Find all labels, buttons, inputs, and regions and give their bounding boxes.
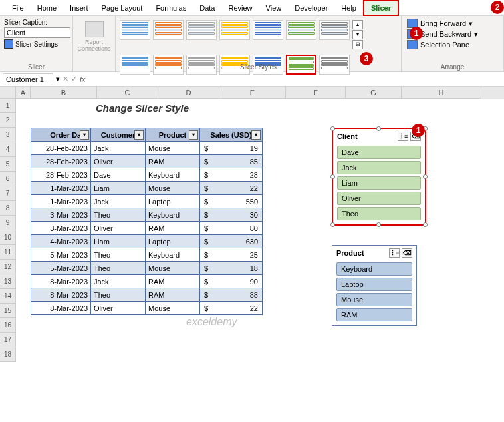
row-header[interactable]: 16 <box>0 318 16 333</box>
slicer-client[interactable]: Client ⋮≡ ⌫ DaveJackLiamOliverTheo <box>332 128 426 226</box>
column-header[interactable]: E <box>219 87 286 99</box>
row-header[interactable]: 5 <box>0 157 16 172</box>
filter-dropdown-icon[interactable]: ▾ <box>189 130 198 140</box>
slicer-item[interactable]: Mouse <box>336 293 412 306</box>
report-connections-button[interactable]: Report Connections <box>77 39 111 52</box>
row-header[interactable]: 9 <box>0 216 16 230</box>
select-all-button[interactable] <box>0 87 16 99</box>
formula-input[interactable] <box>88 75 501 83</box>
cancel-icon[interactable]: ✕ <box>63 75 68 83</box>
table-row[interactable]: 28-Feb-2023DaveKeyboard$28 <box>31 168 263 182</box>
row-header[interactable]: 8 <box>0 201 16 216</box>
column-header[interactable]: D <box>158 87 219 99</box>
slicer-item[interactable]: Theo <box>337 207 421 220</box>
column-header[interactable]: A <box>16 87 31 99</box>
table-row[interactable]: 8-Mar-2023OliverMouse$22 <box>31 302 263 315</box>
style-nav-button[interactable]: ▴ <box>352 20 363 29</box>
tab-data[interactable]: Data <box>193 1 221 15</box>
table-row[interactable]: 4-Mar-2023LiamLaptop$630 <box>31 235 263 248</box>
tab-insert[interactable]: Insert <box>63 1 95 15</box>
cells-area[interactable]: Change Slicer Style Order Date▾Customer▾… <box>16 99 504 362</box>
slicer-product[interactable]: Product ⋮≡ ⌫ KeyboardLaptopMouseRAM <box>332 245 417 326</box>
tab-view[interactable]: View <box>259 1 289 15</box>
table-row[interactable]: 5-Mar-2023TheoMouse$18 <box>31 262 263 275</box>
column-headers: ABCDEFGH <box>0 87 504 99</box>
column-header[interactable]: C <box>97 87 158 99</box>
table-row[interactable]: 8-Mar-2023TheoRAM$88 <box>31 288 263 302</box>
row-header[interactable]: 7 <box>0 186 16 201</box>
tab-formulas[interactable]: Formulas <box>149 1 193 15</box>
table-row[interactable]: 1-Mar-2023JackLaptop$550 <box>31 195 263 208</box>
slicer-item[interactable]: Dave <box>337 146 421 159</box>
table-row[interactable]: 1-Mar-2023LiamMouse$22 <box>31 182 263 195</box>
slicer-style-thumb[interactable] <box>253 20 283 40</box>
row-header[interactable]: 17 <box>0 333 16 347</box>
slicer-item[interactable]: Laptop <box>336 278 412 291</box>
filter-dropdown-icon[interactable]: ▾ <box>134 130 144 140</box>
row-header[interactable]: 12 <box>0 260 16 274</box>
bring-forward-button[interactable]: Bring Forward ▾ <box>407 19 499 28</box>
slicer-style-thumb[interactable] <box>120 20 150 40</box>
row-header[interactable]: 3 <box>0 128 16 142</box>
slicer-item[interactable]: Oliver <box>337 192 421 205</box>
slicer-style-thumb[interactable] <box>319 20 350 40</box>
clear-filter-icon[interactable]: ⌫ <box>402 248 412 258</box>
row-header[interactable]: 1 <box>0 99 16 113</box>
column-header[interactable]: F <box>286 87 346 99</box>
table-row[interactable]: 8-Mar-2023JackRAM$90 <box>31 275 263 288</box>
row-header[interactable]: 13 <box>0 274 16 289</box>
badge-3: 3 <box>360 52 373 65</box>
multiselect-icon[interactable]: ⋮≡ <box>398 132 408 141</box>
send-backward-label: Send Backward <box>420 30 471 38</box>
tab-help[interactable]: Help <box>334 1 363 15</box>
filter-dropdown-icon[interactable]: ▾ <box>80 130 89 140</box>
table-row[interactable]: 28-Feb-2023JackMouse$19 <box>31 142 263 155</box>
column-header[interactable]: B <box>31 87 97 99</box>
filter-dropdown-icon[interactable]: ▾ <box>251 130 261 140</box>
row-header[interactable]: 14 <box>0 289 16 304</box>
column-header[interactable]: H <box>402 87 481 99</box>
selection-pane-button[interactable]: Selection Pane <box>407 40 499 49</box>
slicer-item[interactable]: Jack <box>337 161 421 174</box>
report-connections-icon <box>85 21 104 37</box>
slicer-style-thumb[interactable] <box>286 20 316 40</box>
check-icon[interactable]: ✓ <box>71 75 77 83</box>
slicer-item[interactable]: Liam <box>337 176 421 190</box>
row-header[interactable]: 6 <box>0 172 16 186</box>
slicer-style-thumb[interactable] <box>153 20 184 40</box>
row-header[interactable]: 10 <box>0 230 16 245</box>
style-nav-button[interactable]: ▾ <box>352 30 363 39</box>
fx-icon[interactable]: fx <box>80 75 86 83</box>
slicer-item[interactable]: RAM <box>336 308 412 321</box>
table-row[interactable]: 5-Mar-2023TheoKeyboard$25 <box>31 248 263 262</box>
row-header[interactable]: 4 <box>0 142 16 157</box>
table-row[interactable]: 3-Mar-2023TheoKeyboard$30 <box>31 208 263 222</box>
row-header[interactable]: 2 <box>0 113 16 128</box>
slicer-item[interactable]: Keyboard <box>336 262 412 276</box>
table-row[interactable]: 28-Feb-2023OliverRAM$85 <box>31 155 263 168</box>
name-box[interactable] <box>3 73 53 85</box>
slicer-style-thumb[interactable] <box>219 20 250 40</box>
multiselect-icon[interactable]: ⋮≡ <box>389 248 400 258</box>
tab-slicer[interactable]: Slicer <box>363 0 399 16</box>
tab-file[interactable]: File <box>5 1 31 15</box>
slicer-caption-input[interactable] <box>4 27 70 38</box>
slicer-styles-group: ▴▾⊟Slicer Styles <box>116 16 402 71</box>
slicer-style-thumb[interactable] <box>186 20 217 40</box>
row-header[interactable]: 15 <box>0 304 16 318</box>
slicer-caption-label: Slicer Caption: <box>4 19 68 26</box>
name-box-dropdown-icon[interactable]: ▾ <box>56 75 60 83</box>
table-header: Order Date▾ <box>31 128 91 142</box>
row-header[interactable]: 18 <box>0 347 16 362</box>
table-row[interactable]: 3-Mar-2023OliverRAM$80 <box>31 222 263 235</box>
column-header[interactable]: G <box>346 87 402 99</box>
tab-review[interactable]: Review <box>221 1 259 15</box>
page-title: Change Slicer Style <box>96 103 189 114</box>
slicer-settings-button[interactable]: Slicer Settings <box>4 39 68 49</box>
tab-page-layout[interactable]: Page Layout <box>95 1 150 15</box>
row-header[interactable]: 11 <box>0 245 16 260</box>
tab-developer[interactable]: Developer <box>288 1 334 15</box>
tab-home[interactable]: Home <box>31 1 63 15</box>
style-nav-button[interactable]: ⊟ <box>352 40 363 49</box>
slicer-product-title: Product <box>336 249 364 257</box>
